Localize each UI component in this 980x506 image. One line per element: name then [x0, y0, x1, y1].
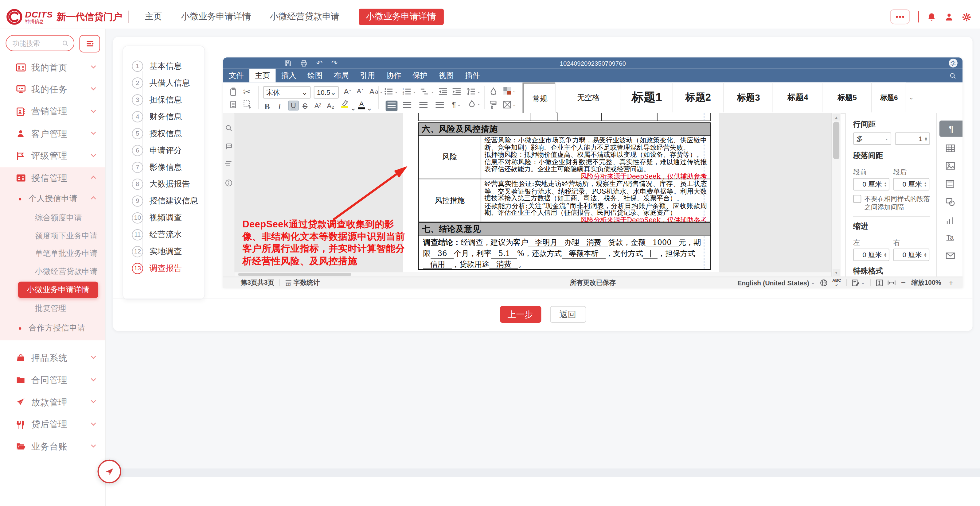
editor-menu-active[interactable]: 主页 — [250, 69, 275, 82]
previous-step-button[interactable]: 上一步 — [500, 306, 541, 323]
change-case-icon[interactable]: Aa⌄ — [369, 87, 383, 96]
editor-menu-item[interactable]: 文件 — [223, 69, 250, 82]
superscript-icon[interactable]: A² — [315, 102, 321, 109]
conclusion-blank[interactable]: 消费 — [579, 238, 608, 247]
borders-icon[interactable]: ⌄ — [503, 101, 516, 109]
sidebar-group-partner-credit[interactable]: 合作方授信申请 — [0, 319, 105, 338]
shading-grid-icon[interactable]: ⌄ — [503, 87, 516, 95]
bell-icon[interactable] — [927, 12, 936, 22]
section6-heading[interactable]: 六、风险及风控措施 — [418, 122, 710, 136]
sidebar-item[interactable]: 客户管理 — [0, 123, 105, 145]
step-2[interactable]: 2共借人信息 — [123, 74, 205, 91]
horizontal-scrollbar[interactable] — [234, 272, 831, 276]
sidebar-item[interactable]: 押品系统 — [0, 347, 105, 369]
conclusion-blank[interactable]: 信用 — [423, 260, 452, 270]
bold-icon[interactable]: B — [264, 102, 270, 112]
style-preset[interactable]: 标题2 — [672, 82, 724, 113]
align-left-icon[interactable] — [386, 101, 398, 111]
page-setup-panel-icon[interactable] — [945, 179, 955, 189]
step-11[interactable]: 11经营流水 — [123, 226, 205, 243]
nav-tab-2[interactable]: 小微业务申请详情 — [181, 11, 251, 23]
section7-heading[interactable]: 七、结论及意见 — [418, 222, 710, 235]
sidebar-item[interactable]: 营销管理 — [0, 101, 105, 123]
step-7[interactable]: 7影像信息 — [123, 159, 205, 176]
more-messages-icon[interactable] — [890, 10, 910, 25]
copy-icon[interactable] — [229, 100, 237, 109]
highlight-color-icon[interactable] — [340, 100, 348, 108]
paste-icon[interactable] — [229, 87, 237, 96]
step-9[interactable]: 9授信建议信息 — [123, 192, 205, 209]
search-input[interactable] — [11, 39, 59, 47]
gear-icon[interactable] — [962, 12, 971, 22]
find-in-doc-icon[interactable] — [225, 124, 232, 132]
sidebar-subitem-active[interactable]: 小微业务申请详情 — [18, 282, 98, 298]
bullet-list-icon[interactable]: ⌄ — [385, 88, 398, 95]
step-10[interactable]: 10视频调查 — [123, 209, 205, 226]
spacing-before-stepper[interactable]: 0 厘米▲▼ — [853, 178, 889, 190]
multilevel-list-icon[interactable]: ⌄ — [421, 88, 434, 95]
font-size-select[interactable]: 10.5⌄ — [314, 86, 339, 99]
conclusion-blank[interactable]: 消费 — [489, 260, 518, 270]
same-style-checkbox[interactable] — [853, 195, 861, 203]
sidebar-item[interactable]: 业务台账 — [0, 436, 105, 458]
text-art-panel-icon[interactable]: Ta — [945, 232, 955, 243]
sidebar-subitem[interactable]: 综合额度申请 — [35, 209, 98, 227]
menu-collapse-button[interactable] — [79, 35, 100, 52]
image-panel-icon[interactable] — [945, 160, 955, 171]
spacing-after-stepper[interactable]: 0 厘米▲▼ — [893, 178, 929, 190]
sidebar-group-personal-credit[interactable]: 个人授信申请 — [0, 190, 105, 208]
more-styles-icon[interactable]: ⌄ — [906, 82, 916, 113]
sidebar-item[interactable]: 放款管理 — [0, 392, 105, 413]
step-5[interactable]: 5授权信息 — [123, 125, 205, 142]
clear-format-icon[interactable] — [489, 87, 497, 95]
select-icon[interactable] — [243, 100, 252, 109]
headings-nav-icon[interactable] — [225, 160, 232, 168]
info-icon[interactable] — [225, 179, 232, 187]
nav-tab-4[interactable]: 小微业务申请详情 — [358, 9, 444, 25]
indent-right-stepper[interactable]: 0 厘米▲▼ — [893, 249, 929, 261]
step-8[interactable]: 8大数据报告 — [123, 176, 205, 192]
conclusion-blank[interactable] — [643, 249, 658, 259]
sidebar-item[interactable]: 合同管理 — [0, 370, 105, 391]
risk-cell[interactable]: 经营风险：小微企业市场竞争力弱，易受行业波动（如政策变化、供应链中断、竞争加剧）… — [481, 135, 711, 179]
numbered-list-icon[interactable]: 123⌄ — [402, 88, 417, 95]
editor-avatar[interactable]: 李 — [949, 59, 957, 67]
indent-left-stepper[interactable]: 0 厘米▲▼ — [853, 249, 889, 261]
style-preset[interactable]: 标题4 — [772, 82, 822, 113]
conclusion-blank[interactable]: 36 — [431, 249, 454, 259]
style-preset[interactable]: 标题6 — [871, 82, 906, 113]
grow-font-icon[interactable]: Aˆ — [344, 87, 351, 96]
editor-menu-item[interactable]: 布局 — [328, 69, 354, 82]
editor-menu-item[interactable]: 保护 — [407, 69, 433, 82]
subscript-icon[interactable]: A₂ — [327, 102, 334, 109]
sidebar-search[interactable] — [6, 35, 74, 51]
line-spacing-stepper[interactable]: 1▲▼ — [895, 132, 930, 145]
pilcrow-icon[interactable]: ¶⌄ — [452, 101, 461, 109]
decrease-indent-icon[interactable] — [439, 88, 447, 95]
scroll-down-icon[interactable]: ▼ — [833, 269, 840, 276]
step-12[interactable]: 12实地调查 — [123, 243, 205, 260]
nav-tab-3[interactable]: 小微经营贷款申请 — [270, 11, 340, 23]
sidebar-item[interactable]: 我的任务 — [0, 79, 105, 101]
strikethrough-icon[interactable]: S — [302, 102, 307, 111]
sidebar-item[interactable]: 授信管理 — [0, 167, 105, 189]
increase-indent-icon[interactable] — [452, 88, 461, 95]
sidebar-subitem[interactable]: 额度项下业务申请 — [35, 227, 98, 245]
conclusion-blank[interactable]: 李明月 — [528, 238, 565, 247]
comments-icon[interactable] — [225, 143, 232, 151]
scroll-up-icon[interactable]: ▲ — [833, 114, 840, 120]
editor-menu-item[interactable]: 绘图 — [302, 69, 328, 82]
sidebar-subitem[interactable]: 批复管理 — [35, 300, 98, 318]
format-painter-icon[interactable] — [489, 101, 496, 109]
mail-merge-panel-icon[interactable] — [945, 251, 955, 260]
shapes-panel-icon[interactable] — [945, 197, 955, 207]
chart-panel-icon[interactable] — [945, 215, 955, 225]
step-1[interactable]: 1基本信息 — [123, 57, 205, 74]
italic-icon[interactable]: I — [278, 102, 281, 112]
feedback-fab[interactable] — [97, 460, 121, 483]
sidebar-item[interactable]: 我的首页 — [0, 57, 105, 79]
align-justify-icon[interactable] — [436, 102, 444, 109]
style-preset[interactable]: 常规 — [522, 82, 557, 115]
document-canvas[interactable]: 六、风险及风控措施 风险 经营风险：小微企业市场竞争力弱，易受行业波动（如政策变… — [234, 113, 831, 276]
step-6[interactable]: 6申请评分 — [123, 142, 205, 159]
